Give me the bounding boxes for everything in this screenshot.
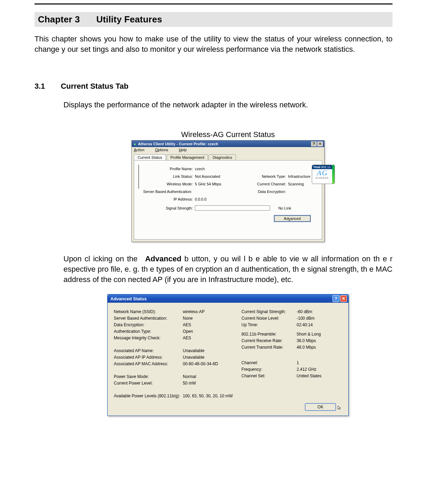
lbl-cnl: Current Noise Level: (241, 315, 297, 321)
paragraph-advanced: Upon cl icking on the Advanced b utton, … (63, 254, 393, 284)
signal-strength-bar (195, 205, 270, 211)
val-pre: Short & Long (297, 331, 342, 337)
chapter-title: Utility Features (96, 14, 162, 25)
lbl-aapmac: Associated AP MAC Address: (114, 360, 183, 367)
tab-current-status[interactable]: Current Status (134, 154, 166, 161)
section-heading: 3.1 Current Status Tab (34, 82, 393, 91)
menu-action[interactable]: Action (134, 148, 149, 152)
close-icon[interactable]: × (317, 142, 323, 146)
val-signal-strength: No Link (278, 206, 291, 210)
lbl-crr: Current Receive Rate: (241, 337, 297, 344)
tabstrip: Current Status Profile Management Diagno… (134, 154, 322, 161)
atheros-logo-right: Total 802.11 AG ATHEROS (312, 165, 335, 184)
lbl-data-encryption: Data Encryption: (240, 190, 288, 194)
chapter-heading: Chapter 3 Utility Features (34, 12, 393, 27)
close-icon[interactable]: ✕ (340, 295, 347, 302)
left-labels-column: Network Name (SSID): Server Based Authen… (114, 308, 183, 399)
right-labels-column: Current Signal Strength: Current Noise L… (241, 308, 297, 399)
lbl-cpl: Current Power Level: (114, 380, 183, 386)
figure1-caption: Wireless-AG Current Status (63, 130, 393, 139)
val-server-auth (195, 190, 240, 194)
val-mic: AES (183, 335, 241, 341)
section-intro: Displays the performance of the network … (63, 100, 393, 109)
lbl-cs: Channel Set: (241, 372, 297, 379)
lbl-aapip: Associated AP IP Address: (114, 354, 183, 360)
lbl-css: Current Signal Strength: (241, 308, 297, 315)
val-current-channel: Scanning (288, 182, 310, 186)
lbl-ssid: Network Name (SSID): (114, 308, 183, 315)
left-values-column: wireless-AP None AES Open AES Unavailabl… (183, 308, 241, 399)
tab-profile-management[interactable]: Profile Management (167, 154, 208, 161)
header-rule (34, 3, 393, 4)
menu-options[interactable]: Options (155, 148, 173, 152)
ok-button[interactable]: OK (305, 403, 336, 411)
val-css: -60 dBm (297, 308, 342, 315)
lbl-fr: Frequency: (241, 366, 297, 372)
right-values-column: -60 dBm -100 dBm 02:40:14 Short & Long 3… (297, 308, 342, 399)
lbl-ut: Up Time: (241, 321, 297, 328)
tab-diagnostics[interactable]: Diagnostics (209, 154, 236, 161)
val-ip-address: 0.0.0.0 (195, 197, 240, 201)
help-icon[interactable]: ? (311, 142, 317, 146)
val-wireless-mode: 5 GHz 54 Mbps (195, 182, 240, 186)
lbl-link-status: Link Status: (143, 174, 195, 178)
val-cnl: -100 dBm (297, 315, 342, 321)
app-icon: ▲ (133, 142, 137, 146)
lbl-pre: 802.11b Preamble: (241, 331, 297, 337)
val-cpl: 50 mW (183, 380, 241, 386)
lbl-network-type: Network Type: (240, 174, 288, 178)
lbl-server-auth: Server Based Authentication: (143, 190, 195, 194)
menu-help[interactable]: Help (179, 148, 192, 152)
lbl-ctr: Current Transmit Rate: (241, 344, 297, 350)
lbl-de: Data Encryption: (114, 321, 183, 328)
help-icon[interactable]: ? (332, 295, 339, 302)
win2-titlebar[interactable]: Advanced Status ? ✕ (108, 294, 348, 303)
section-title: Current Status Tab (61, 82, 128, 90)
chapter-intro: This chapter shows you how to make use o… (34, 34, 393, 54)
win1-titlebar[interactable]: ▲ Atheros Client Utility - Current Profi… (132, 140, 324, 147)
section-number: 3.1 (34, 82, 59, 91)
lbl-ip-address: IP Address: (143, 197, 195, 201)
val-fr: 2.412 GHz (297, 366, 342, 372)
val-ctr: 48.0 Mbps (297, 344, 342, 350)
val-ch: 1 (297, 359, 342, 366)
menubar: Action Options Help (132, 147, 324, 153)
lbl-sba: Server Based Authentication: (114, 315, 183, 321)
cursor-icon (337, 405, 342, 411)
val-crr: 36.0 Mbps (297, 337, 342, 344)
lbl-aapn: Associated AP Name: (114, 347, 183, 354)
val-ut: 02:40:14 (297, 321, 342, 328)
win1-title: Atheros Client Utility - Current Profile… (138, 142, 218, 146)
chapter-number: Chapter 3 (38, 14, 80, 25)
lbl-wireless-mode: Wireless Mode: (143, 182, 195, 186)
val-ssid: wireless-AP (183, 308, 241, 315)
lbl-profile-name: Profile Name: (143, 167, 195, 171)
val-de: AES (183, 321, 241, 328)
advanced-button[interactable]: Advanced (274, 215, 310, 222)
lbl-mic: Message Integrity Check: (114, 335, 183, 341)
lbl-psm: Power Save Mode: (114, 373, 183, 380)
val-psm: Normal (183, 373, 241, 380)
val-link-status: Not Associated (195, 174, 240, 178)
atheros-utility-window: ▲ Atheros Client Utility - Current Profi… (131, 140, 325, 242)
lbl-current-channel: Current Channel: (240, 182, 288, 186)
val-cs: United States (297, 372, 342, 379)
advanced-status-window: Advanced Status ? ✕ Network Name (SSID):… (107, 294, 349, 416)
lbl-at: Authentication Type: (114, 328, 183, 335)
val-sba: None (183, 315, 241, 321)
val-at: Open (183, 328, 241, 335)
lbl-ch: Channel: (241, 359, 297, 366)
val-aapn: Unavailable (183, 347, 241, 354)
lbl-signal-strength: Signal Strength: (143, 206, 195, 210)
val-data-encryption (288, 190, 310, 194)
val-aapmac: 00-80-48-00-34-8D (183, 360, 241, 367)
win2-title: Advanced Status (110, 296, 147, 301)
val-profile-name: czech (195, 167, 240, 171)
lbl-apl: Available Power Levels (802.11b/g): (114, 392, 193, 399)
tab-pane-current-status: Total Total 802.11802.11 A ATHEROS Profi… (134, 160, 322, 240)
val-network-type: Infrastructure (288, 174, 310, 178)
val-aapip: Unavailable (183, 354, 241, 360)
